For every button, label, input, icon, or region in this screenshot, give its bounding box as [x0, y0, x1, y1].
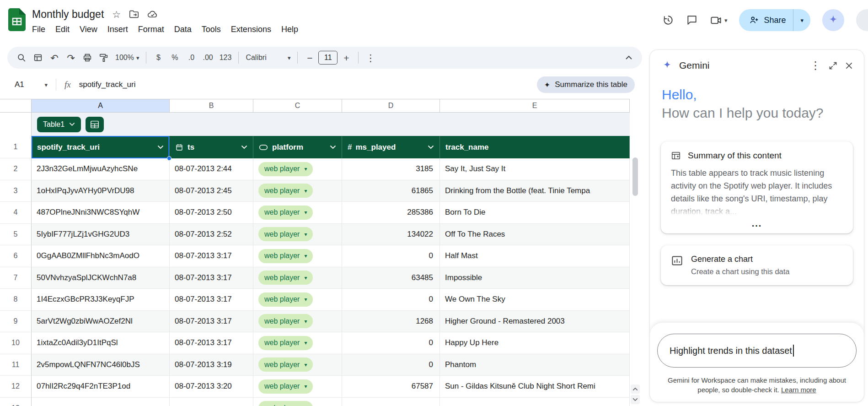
- cell-ts[interactable]: 08-07-2013 3:19: [170, 354, 253, 376]
- cell-ts[interactable]: 08-07-2013 3:17: [170, 311, 253, 333]
- cell-ms-played[interactable]: 134022: [342, 224, 440, 246]
- redo-button[interactable]: ↷: [63, 49, 79, 66]
- formula-input[interactable]: spotify_track_uri: [79, 80, 537, 89]
- row-header-7[interactable]: 7: [0, 267, 32, 289]
- cell-platform[interactable]: web player▾: [253, 376, 342, 398]
- table-name-chip[interactable]: Table1: [37, 117, 81, 132]
- print-button[interactable]: [80, 49, 95, 66]
- name-box[interactable]: A1 ▾: [7, 80, 51, 89]
- platform-chip[interactable]: web player▾: [258, 357, 313, 372]
- platform-chip[interactable]: web player▾: [258, 379, 313, 394]
- star-icon[interactable]: ☆: [112, 10, 121, 19]
- move-folder-icon[interactable]: [129, 9, 139, 19]
- account-avatar[interactable]: [856, 9, 868, 31]
- menu-format[interactable]: Format: [133, 23, 169, 36]
- panel-close-button[interactable]: [844, 61, 854, 70]
- cell-ms-played[interactable]: 0: [342, 289, 440, 311]
- document-title[interactable]: Monthly budget: [32, 8, 104, 21]
- generate-chart-card[interactable]: Generate a chart Create a chart using th…: [661, 245, 853, 285]
- header-cell-ms-played[interactable]: # ms_played: [342, 136, 440, 158]
- cell-ts[interactable]: 08-07-2013 3:17: [170, 245, 253, 267]
- cell-ts[interactable]: 08-07-2013 2:50: [170, 202, 253, 224]
- cell-ts[interactable]: [170, 398, 253, 406]
- meet-button[interactable]: ▾: [710, 14, 728, 27]
- cell-track-name[interactable]: Higher Ground - Remastered 2003: [440, 311, 630, 333]
- row-header-8[interactable]: 8: [0, 289, 32, 311]
- menu-data[interactable]: Data: [169, 23, 197, 36]
- cell-platform[interactable]: web player▾: [253, 354, 342, 376]
- cell-spotify-track-uri[interactable]: 1I4EczxGBcPR3J3KeyqFJP: [32, 289, 170, 311]
- hide-menus-button[interactable]: [621, 49, 637, 66]
- menu-insert[interactable]: Insert: [102, 23, 133, 36]
- cell-track-name[interactable]: Say It, Just Say It: [440, 158, 630, 180]
- cell-ts[interactable]: 08-07-2013 3:17: [170, 332, 253, 354]
- column-header-d[interactable]: D: [342, 99, 440, 112]
- platform-chip[interactable]: web player▾: [258, 401, 313, 406]
- row-header-12[interactable]: 12: [0, 376, 32, 398]
- header-cell-platform[interactable]: platform: [253, 136, 342, 158]
- cell-track-name[interactable]: Off To The Races: [440, 224, 630, 246]
- table-view-button[interactable]: [30, 49, 46, 66]
- cell-ts[interactable]: 08-07-2013 3:17: [170, 267, 253, 289]
- cell-platform[interactable]: web player▾: [253, 224, 342, 246]
- cell-ts[interactable]: 08-07-2013 2:52: [170, 224, 253, 246]
- cell-platform[interactable]: web player▾: [253, 245, 342, 267]
- share-button[interactable]: Share: [739, 9, 793, 31]
- row-header-5[interactable]: 5: [0, 224, 32, 246]
- row-header-6[interactable]: 6: [0, 245, 32, 267]
- format-percent-button[interactable]: %: [167, 49, 182, 66]
- cell-spotify-track-uri[interactable]: [32, 398, 170, 406]
- decrease-decimals-button[interactable]: .0: [183, 49, 199, 66]
- font-size-input[interactable]: 11: [318, 51, 338, 65]
- cell-ts[interactable]: 08-07-2013 3:20: [170, 376, 253, 398]
- learn-more-link[interactable]: Learn more: [781, 386, 816, 394]
- selection-handle[interactable]: [167, 156, 171, 161]
- cell-track-name[interactable]: Happy Up Here: [440, 332, 630, 354]
- gemini-button[interactable]: [822, 9, 844, 31]
- panel-more-options-button[interactable]: ⋮: [809, 59, 822, 72]
- row-header-4[interactable]: 4: [0, 202, 32, 224]
- cell-ms-played[interactable]: 63485: [342, 267, 440, 289]
- row-header-10[interactable]: 10: [0, 332, 32, 354]
- column-header-e[interactable]: E: [440, 99, 630, 112]
- cell-ms-played[interactable]: 67587: [342, 376, 440, 398]
- format-currency-button[interactable]: $: [150, 49, 166, 66]
- cell-ms-played[interactable]: 0: [342, 245, 440, 267]
- platform-chip[interactable]: web player▾: [258, 249, 313, 263]
- row-header-11[interactable]: 11: [0, 354, 32, 376]
- table-menu-button[interactable]: [86, 117, 104, 132]
- platform-chip[interactable]: web player▾: [258, 292, 313, 307]
- cell-ms-played[interactable]: 0: [342, 354, 440, 376]
- cell-ms-played[interactable]: [342, 398, 440, 406]
- cell-ts[interactable]: 08-07-2013 3:17: [170, 289, 253, 311]
- scroll-down-button[interactable]: [631, 395, 640, 404]
- vertical-scrollbar-thumb[interactable]: [632, 157, 638, 196]
- platform-chip[interactable]: web player▾: [258, 162, 313, 176]
- cell-track-name[interactable]: Impossible: [440, 267, 630, 289]
- cell-spotify-track-uri[interactable]: 487OPlneJNni3NWC8SYqhW: [32, 202, 170, 224]
- panel-expand-button[interactable]: [828, 61, 838, 70]
- cell-platform[interactable]: web player▾: [253, 332, 342, 354]
- cell-ms-played[interactable]: 61865: [342, 180, 440, 202]
- comments-icon[interactable]: [686, 14, 698, 26]
- cell-ms-played[interactable]: 285386: [342, 202, 440, 224]
- cell-ms-played[interactable]: 1268: [342, 311, 440, 333]
- meet-dropdown-icon[interactable]: ▾: [724, 17, 728, 23]
- row-header-9[interactable]: 9: [0, 311, 32, 333]
- cell-track-name[interactable]: Half Mast: [440, 245, 630, 267]
- cell-spotify-track-uri[interactable]: 1ixtaZc0Adil3yD1ItPqSl: [32, 332, 170, 354]
- cell-spotify-track-uri[interactable]: 5arVt2Wg0zbiWwAOZef2Nl: [32, 311, 170, 333]
- summarize-table-button[interactable]: ✦ Summarize this table: [537, 76, 635, 93]
- cell-platform[interactable]: web player▾: [253, 180, 342, 202]
- column-dropdown-icon[interactable]: [154, 145, 164, 149]
- version-history-icon[interactable]: [662, 14, 674, 26]
- row-header-1[interactable]: 1: [0, 136, 32, 158]
- header-cell-track-name[interactable]: track_name: [440, 136, 630, 158]
- cell-spotify-track-uri[interactable]: 07hlI2Rc29q4F2nTE3P1od: [32, 376, 170, 398]
- more-formats-button[interactable]: 123: [217, 49, 235, 66]
- cell-track-name[interactable]: Sun - Gildas Kitsuně Club Night Short Re…: [440, 376, 630, 398]
- menu-help[interactable]: Help: [276, 23, 303, 36]
- expand-summary-button[interactable]: ...: [671, 219, 843, 228]
- menu-tools[interactable]: Tools: [197, 23, 226, 36]
- menu-extensions[interactable]: Extensions: [226, 23, 276, 36]
